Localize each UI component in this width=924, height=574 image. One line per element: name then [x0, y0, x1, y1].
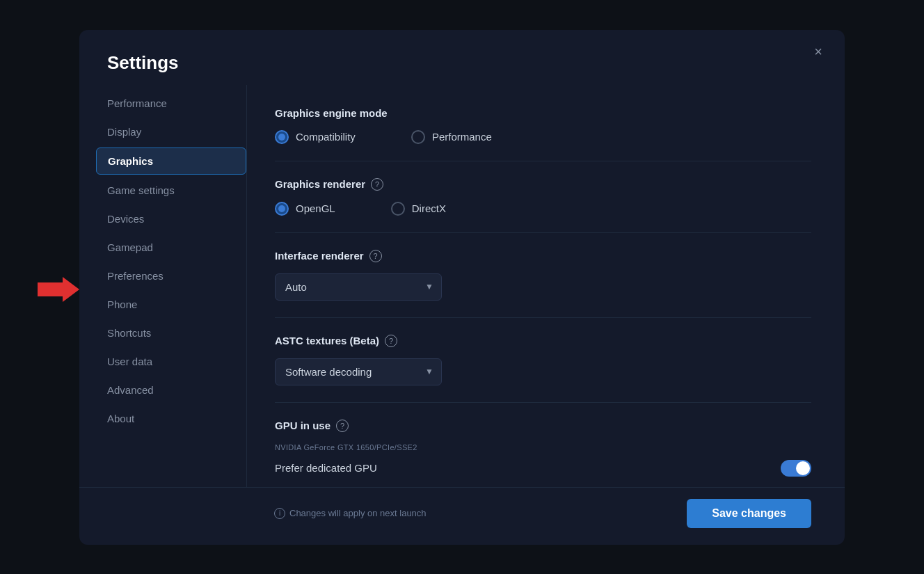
- interface-renderer-help-icon[interactable]: ?: [369, 250, 382, 262]
- toggle-knob: [796, 461, 810, 475]
- graphics-renderer-header: Graphics renderer ?: [275, 178, 811, 191]
- interface-renderer-header: Interface renderer ?: [275, 250, 811, 262]
- sidebar-item-phone[interactable]: Phone: [96, 292, 246, 317]
- astc-textures-dropdown[interactable]: Software decoding Hardware decoding Disa…: [275, 358, 442, 385]
- modal-footer: i Changes will apply on next launch Save…: [79, 487, 845, 545]
- close-button[interactable]: ×: [808, 42, 828, 62]
- modal-title: Settings: [79, 30, 845, 85]
- settings-modal: × Settings Performance Display Graphics …: [79, 30, 845, 545]
- modal-wrapper: × Settings Performance Display Graphics …: [0, 0, 924, 574]
- radio-compatibility-outer: [275, 130, 289, 144]
- astc-textures-section: ASTC textures (Beta) ? Software decoding…: [275, 318, 811, 403]
- graphics-renderer-section: Graphics renderer ? OpenGL DirectX: [275, 161, 811, 233]
- sidebar-item-shortcuts[interactable]: Shortcuts: [96, 320, 246, 346]
- interface-renderer-dropdown[interactable]: Auto OpenGL DirectX: [275, 273, 442, 301]
- gpu-in-use-header: GPU in use ?: [275, 420, 811, 432]
- sidebar-item-user-data[interactable]: User data: [96, 349, 246, 374]
- sidebar-item-performance[interactable]: Performance: [96, 90, 246, 116]
- footer-info-icon: i: [274, 508, 285, 519]
- footer-note-text: Changes will apply on next launch: [289, 508, 427, 518]
- sidebar-item-graphics[interactable]: Graphics: [96, 148, 246, 175]
- radio-directx-label: DirectX: [412, 202, 446, 214]
- radio-opengl[interactable]: OpenGL: [275, 202, 335, 216]
- interface-renderer-section: Interface renderer ? Auto OpenGL DirectX…: [275, 233, 811, 318]
- radio-opengl-inner: [278, 205, 285, 212]
- sidebar-item-devices[interactable]: Devices: [96, 206, 246, 232]
- astc-textures-help-icon[interactable]: ?: [385, 335, 397, 347]
- prefer-dedicated-gpu-toggle[interactable]: [781, 460, 811, 477]
- interface-renderer-dropdown-wrapper: Auto OpenGL DirectX ▼: [275, 273, 442, 301]
- graphics-engine-mode-section: Graphics engine mode Compatibility Perfo…: [275, 90, 811, 161]
- astc-textures-dropdown-wrapper: Software decoding Hardware decoding Disa…: [275, 358, 442, 385]
- prefer-gpu-label: Prefer dedicated GPU: [275, 462, 377, 474]
- graphics-renderer-title: Graphics renderer: [275, 178, 365, 190]
- astc-textures-header: ASTC textures (Beta) ?: [275, 335, 811, 347]
- svg-marker-0: [38, 277, 79, 302]
- gpu-in-use-section: GPU in use ? NVIDIA GeForce GTX 1650/PCI…: [275, 403, 811, 487]
- gpu-in-use-help-icon[interactable]: ?: [336, 420, 349, 432]
- prefer-gpu-row: Prefer dedicated GPU: [275, 460, 811, 477]
- sidebar-item-display[interactable]: Display: [96, 119, 246, 145]
- radio-opengl-outer: [275, 202, 289, 216]
- astc-textures-title: ASTC textures (Beta): [275, 335, 379, 346]
- sidebar-item-advanced[interactable]: Advanced: [96, 377, 246, 403]
- footer-note: i Changes will apply on next launch: [274, 508, 427, 519]
- sidebar-item-gamepad[interactable]: Gamepad: [96, 234, 246, 260]
- radio-performance-outer: [411, 130, 425, 144]
- radio-compatibility-inner: [278, 134, 285, 141]
- radio-performance-label: Performance: [432, 131, 492, 143]
- content-area: Graphics engine mode Compatibility Perfo…: [246, 85, 845, 487]
- graphics-engine-mode-title: Graphics engine mode: [275, 107, 811, 119]
- radio-directx[interactable]: DirectX: [391, 202, 446, 216]
- graphics-renderer-radio-group: OpenGL DirectX: [275, 202, 811, 216]
- radio-directx-outer: [391, 202, 405, 216]
- sidebar-item-preferences[interactable]: Preferences: [96, 263, 246, 289]
- radio-compatibility-label: Compatibility: [296, 131, 356, 143]
- graphics-engine-mode-radio-group: Compatibility Performance: [275, 130, 811, 144]
- sidebar-item-about[interactable]: About: [96, 406, 246, 431]
- radio-performance[interactable]: Performance: [411, 130, 492, 144]
- sidebar-item-game-settings[interactable]: Game settings: [96, 177, 246, 203]
- save-changes-button[interactable]: Save changes: [687, 499, 811, 528]
- radio-opengl-label: OpenGL: [296, 202, 335, 214]
- red-arrow-indicator: [38, 277, 79, 302]
- sidebar: Performance Display Graphics Game settin…: [79, 85, 246, 487]
- radio-compatibility[interactable]: Compatibility: [275, 130, 356, 144]
- gpu-name: NVIDIA GeForce GTX 1650/PCIe/SSE2: [275, 443, 811, 452]
- modal-body: Performance Display Graphics Game settin…: [79, 85, 845, 487]
- gpu-in-use-title: GPU in use: [275, 420, 330, 431]
- graphics-renderer-help-icon[interactable]: ?: [371, 178, 383, 191]
- interface-renderer-title: Interface renderer: [275, 250, 364, 262]
